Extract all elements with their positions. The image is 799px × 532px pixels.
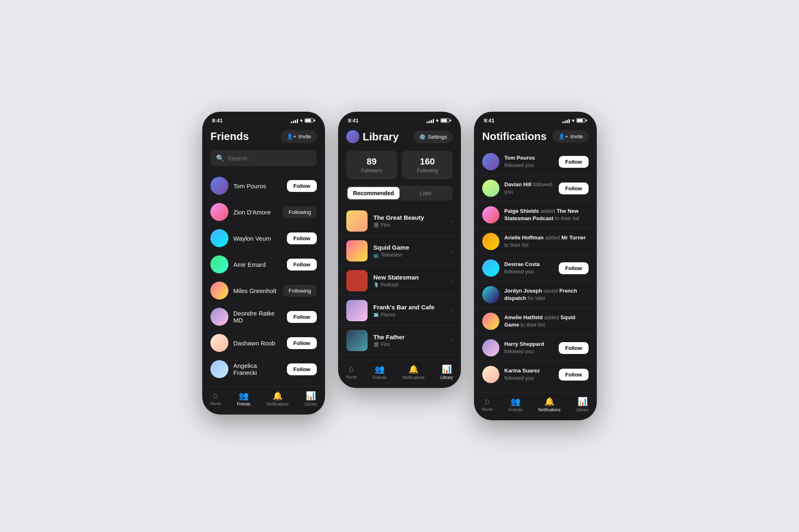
gear-icon: ⚙️ (419, 134, 426, 140)
status-bar-friends: 9:41 ▾ (202, 112, 325, 126)
nav-library[interactable]: 📊 Library (305, 391, 317, 406)
notif-avatar-2 (482, 206, 499, 223)
friends-icon: 👥 (375, 364, 385, 374)
library-title-4: The Father (373, 334, 445, 340)
nav-notifications-lib[interactable]: 🔔 Notifications (402, 364, 424, 380)
nav-friends[interactable]: 👥 Friends (237, 391, 251, 406)
library-tag-text-2: Podcast (381, 282, 398, 288)
signal-icon (562, 118, 570, 123)
friends-invite-button[interactable]: 👤+ Invite (281, 130, 317, 143)
friend-item: Dashawn Roob Follow (202, 330, 325, 356)
nav-home-lib[interactable]: ⌂ Home (346, 364, 357, 380)
chevron-icon: › (451, 277, 453, 284)
tab-recommended[interactable]: Recommended (348, 187, 400, 199)
wifi-icon: ▾ (436, 118, 438, 124)
following-stat[interactable]: 160 Following (402, 151, 453, 179)
library-item-1[interactable]: Squid Game 📺 Television › (338, 236, 461, 266)
notif-follow-4[interactable]: Follow (559, 262, 589, 274)
following-button-4[interactable]: Following (283, 285, 317, 297)
nav-notifications-label: Notifications (266, 402, 289, 406)
library-title-2: New Statesman (373, 274, 445, 281)
signal-icon (291, 118, 298, 123)
signal-icon (427, 118, 434, 123)
nav-library-notif[interactable]: 📊 Library (576, 397, 589, 412)
friend-name-1: Zion D'Amore (233, 209, 278, 216)
friend-item: Angelica Franecki Follow (202, 356, 325, 382)
friend-avatar-0 (210, 177, 228, 195)
friends-search-bar[interactable]: 🔍 (210, 150, 317, 166)
home-icon: ⌂ (349, 364, 354, 374)
nav-friends-lib[interactable]: 👥 Friends (373, 364, 386, 380)
follow-button-7[interactable]: Follow (287, 363, 317, 375)
followers-count: 89 (352, 156, 391, 167)
time-friends: 9:41 (212, 117, 223, 124)
notif-follow-0[interactable]: Follow (559, 156, 589, 168)
friends-content: Friends 👤+ Invite 🔍 Tom Pouros Follow (202, 126, 325, 415)
library-title-3: Frank's Bar and Cafe (373, 304, 445, 311)
notif-follow-8[interactable]: Follow (559, 369, 589, 381)
library-tag-text-4: Film (381, 342, 390, 347)
status-bar-notifications: 9:41 ▾ (474, 112, 597, 126)
friend-item: Tom Pouros Follow (202, 173, 325, 199)
notif-follow-7[interactable]: Follow (559, 342, 589, 354)
search-input[interactable] (228, 155, 311, 162)
library-title: Library (363, 131, 399, 143)
library-title-0: The Great Beauty (373, 214, 445, 221)
settings-button[interactable]: ⚙️ Settings (413, 131, 453, 143)
library-header: Library ⚙️ Settings (338, 126, 461, 149)
nav-home[interactable]: ⌂ Home (210, 391, 221, 406)
tab-lists[interactable]: Lists (400, 187, 451, 199)
notif-item-4: Desirae Costa followed you Follow (474, 255, 597, 282)
follow-button-0[interactable]: Follow (287, 180, 317, 192)
search-icon: 🔍 (216, 154, 224, 162)
invite-label: Invite (298, 133, 311, 140)
chevron-icon: › (451, 307, 453, 314)
phone-friends: 9:41 ▾ Friends 👤+ Inv (202, 112, 325, 415)
library-title-group: Library (346, 130, 399, 143)
chevron-icon: › (451, 217, 453, 225)
wifi-icon: ▾ (572, 118, 574, 124)
places-icon: 🗺️ (373, 312, 379, 318)
follow-button-2[interactable]: Follow (287, 232, 317, 244)
nav-notifications-notif[interactable]: 🔔 Notifications (538, 397, 560, 412)
library-item-4[interactable]: The Father 🎬 Film › (338, 326, 461, 356)
friend-name-6: Dashawn Roob (233, 340, 282, 347)
notif-follow-1[interactable]: Follow (559, 183, 589, 194)
friend-name-2: Waylon Veum (233, 235, 282, 242)
notif-text-7: Harry Sheppard followed you (504, 340, 554, 355)
invite-label: Invite (570, 133, 583, 140)
thumb-beauty (346, 210, 368, 232)
follow-button-5[interactable]: Follow (287, 311, 317, 323)
nav-library-lib[interactable]: 📊 Library (440, 364, 453, 380)
library-item-2[interactable]: New Statesman 🎙️ Podcast › (338, 266, 461, 296)
friend-avatar-6 (210, 334, 228, 352)
nav-notifications[interactable]: 🔔 Notifications (266, 391, 289, 406)
nav-notifications-label: Notifications (538, 408, 560, 412)
chevron-icon: › (451, 337, 453, 344)
following-button-1[interactable]: Following (283, 206, 317, 218)
status-icons-library: ▾ (427, 118, 451, 124)
thumb-frank (346, 300, 368, 321)
follow-button-6[interactable]: Follow (287, 337, 317, 349)
thumb-squid (346, 240, 368, 261)
chevron-icon: › (451, 247, 453, 255)
notifications-invite-button[interactable]: 👤+ Invite (553, 130, 589, 143)
film-icon: 🎬 (373, 223, 379, 228)
friend-name-7: Angelica Franecki (233, 362, 282, 376)
library-tag-4: 🎬 Film (373, 342, 445, 347)
followers-stat[interactable]: 89 Followers (346, 151, 397, 179)
notifications-icon: 🔔 (544, 397, 555, 406)
notifications-icon: 🔔 (273, 391, 283, 401)
friend-name-3: Amir Emard (233, 261, 282, 268)
library-item-3[interactable]: Frank's Bar and Cafe 🗺️ Places › (338, 296, 461, 326)
library-item-0[interactable]: The Great Beauty 🎬 Film › (338, 206, 461, 236)
film2-icon: 🎬 (373, 342, 379, 347)
nav-home-notif[interactable]: ⌂ Home (482, 397, 493, 412)
nav-friends-notif[interactable]: 👥 Friends (509, 397, 522, 412)
tv-icon: 📺 (373, 252, 379, 258)
notif-item-2: Paige Shields added The New Statesman Po… (474, 202, 597, 228)
thumb-statesman (346, 270, 368, 291)
friend-name-5: Deondre Ratke MD (233, 310, 282, 324)
follow-button-3[interactable]: Follow (287, 259, 317, 271)
time-library: 9:41 (348, 117, 359, 124)
